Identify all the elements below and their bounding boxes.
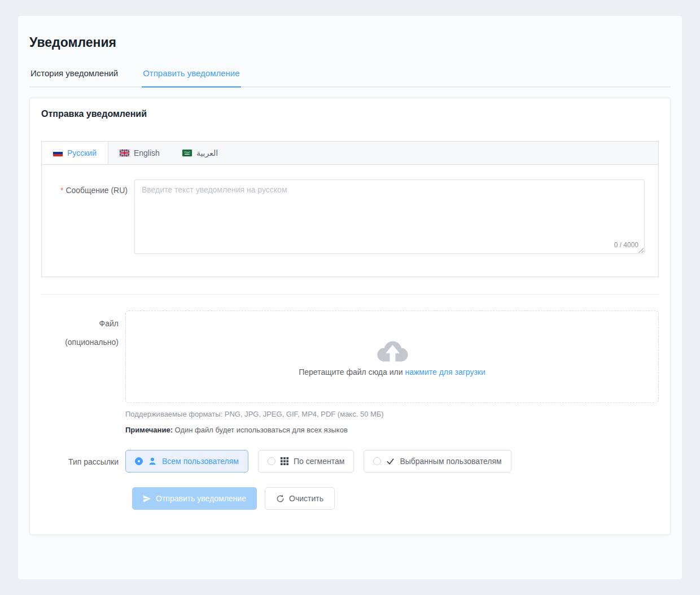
lang-tab-label: English: [134, 148, 160, 158]
option-all-users[interactable]: Всем пользователям: [125, 450, 248, 473]
lang-tab-english[interactable]: English: [108, 142, 171, 164]
supported-formats-text: Поддерживаемые форматы: PNG, JPG, JPEG, …: [125, 410, 659, 418]
language-tabs-header: Русский English: [42, 142, 658, 165]
lang-tab-russian[interactable]: Русский: [42, 142, 108, 164]
lang-tab-label: Русский: [67, 148, 97, 158]
broadcast-type-form-item: Тип рассылки Всем пользователям: [41, 450, 659, 473]
flag-sa-icon: [182, 150, 192, 156]
user-icon: [148, 457, 157, 466]
option-label: Всем пользователям: [162, 457, 239, 466]
main-tabs: История уведомлений Отправить уведомлени…: [29, 68, 671, 88]
upload-cloud-icon: [374, 337, 411, 365]
page-title: Уведомления: [29, 35, 671, 50]
file-form-item: Файл (опционально): [41, 310, 659, 434]
lang-tab-arabic[interactable]: العربية: [171, 142, 229, 164]
refresh-icon: [276, 495, 285, 503]
flag-ru-icon: [53, 150, 63, 156]
note-label: Примечание:: [125, 426, 173, 434]
language-tabs: Русский English: [41, 141, 659, 277]
message-label: *Сообщение (RU): [50, 180, 134, 196]
file-label: Файл (опционально): [41, 310, 125, 352]
lang-tab-content: *Сообщение (RU) 0 / 4000: [42, 165, 658, 277]
upload-link[interactable]: нажмите для загрузки: [405, 368, 485, 377]
drop-text: Перетащите файл сюда или нажмите для заг…: [299, 368, 485, 377]
radio-unchecked-icon: [373, 457, 381, 465]
note-text: Один файл будет использоваться для всех …: [175, 426, 348, 434]
form-actions: Отправить уведомление Очистить: [132, 487, 659, 510]
flag-gb-icon: [120, 150, 129, 156]
tab-history[interactable]: История уведомлений: [29, 68, 119, 86]
notifications-page: Уведомления История уведомлений Отправит…: [18, 16, 682, 579]
send-notification-card: Отправка уведомлений Русский: [29, 98, 671, 535]
option-label: По сегментам: [294, 457, 344, 466]
clear-button[interactable]: Очистить: [265, 487, 335, 510]
send-notification-button[interactable]: Отправить уведомление: [132, 487, 257, 510]
upload-note: Примечание: Один файл будет использовать…: [125, 426, 659, 434]
option-by-segments[interactable]: По сегментам: [258, 450, 354, 473]
message-form-item: *Сообщение (RU) 0 / 4000: [50, 180, 650, 254]
tab-send-notification[interactable]: Отправить уведомление: [142, 68, 240, 88]
section-divider: [41, 294, 659, 295]
radio-checked-icon: [135, 457, 143, 465]
message-textarea-wrap: 0 / 4000: [134, 180, 645, 254]
card-body: Русский English: [30, 130, 670, 535]
check-icon: [386, 457, 395, 466]
lang-tab-label: العربية: [196, 148, 218, 158]
radio-unchecked-icon: [268, 457, 275, 465]
grid-icon: [281, 457, 288, 465]
option-selected-users[interactable]: Выбранным пользователям: [364, 450, 511, 473]
broadcast-type-label: Тип рассылки: [41, 450, 125, 467]
option-label: Выбранным пользователям: [400, 457, 501, 466]
upload-dropzone[interactable]: Перетащите файл сюда или нажмите для заг…: [125, 310, 659, 403]
card-title: Отправка уведомлений: [30, 98, 670, 130]
message-input[interactable]: [134, 180, 645, 254]
broadcast-type-options: Всем пользователям По с: [125, 450, 659, 473]
required-asterisk: *: [60, 186, 63, 195]
send-icon: [143, 495, 151, 503]
